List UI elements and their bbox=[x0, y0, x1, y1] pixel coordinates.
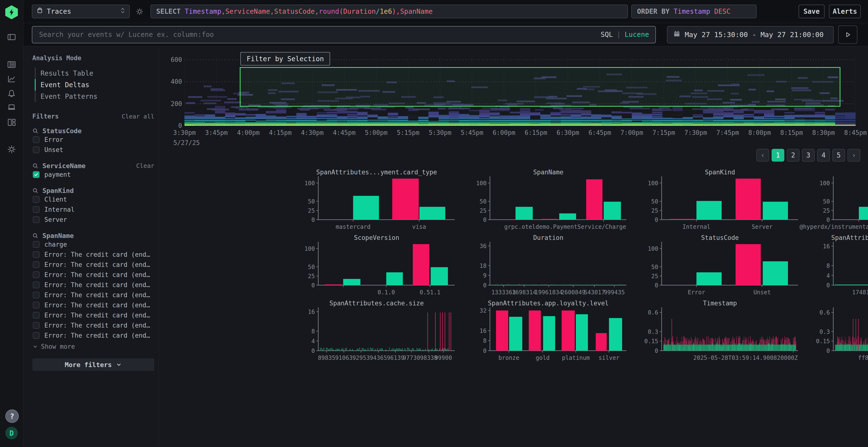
checkbox[interactable] bbox=[33, 241, 39, 248]
checkbox[interactable] bbox=[33, 291, 39, 299]
page-next-button[interactable]: › bbox=[847, 149, 860, 162]
filter-option[interactable]: Unset bbox=[33, 145, 155, 155]
checkbox[interactable] bbox=[33, 281, 39, 288]
checkbox[interactable] bbox=[33, 171, 39, 178]
checkbox[interactable] bbox=[33, 251, 39, 258]
filter-option[interactable]: Error: The credit card (end… bbox=[33, 270, 155, 280]
filter-option[interactable]: Error: The credit card (end… bbox=[33, 320, 155, 331]
filter-option[interactable]: Error: The credit card (end… bbox=[33, 280, 155, 290]
svg-text:0.6: 0.6 bbox=[648, 309, 658, 316]
filter-option[interactable]: Internal bbox=[33, 204, 155, 215]
filter-option[interactable]: Error: The credit card (end… bbox=[33, 300, 155, 310]
filter-option[interactable]: charge bbox=[33, 239, 155, 249]
svg-text:0: 0 bbox=[311, 216, 315, 223]
svg-text:bronze: bronze bbox=[498, 354, 519, 361]
search-events-icon[interactable] bbox=[7, 60, 17, 69]
select-clause-input[interactable]: SELECT Timestamp,ServiceName,StatusCode,… bbox=[151, 5, 628, 18]
svg-text:25: 25 bbox=[651, 207, 658, 214]
chart-explorer-icon[interactable] bbox=[7, 74, 17, 84]
analysis-mode-item-event-deltas[interactable]: Event Deltas bbox=[35, 79, 155, 91]
clear-all-filters-link[interactable]: Clear all bbox=[122, 113, 155, 120]
delta-chart-spanattributes-app-loyalty-level[interactable]: SpanAttributes.app.loyalty.level321680br… bbox=[469, 300, 628, 363]
run-query-button[interactable] bbox=[838, 26, 858, 44]
svg-text:7:15pm: 7:15pm bbox=[652, 129, 675, 136]
checkbox[interactable] bbox=[33, 206, 39, 213]
filter-option-label: Error: The credit card (end… bbox=[44, 291, 150, 299]
checkbox[interactable] bbox=[33, 322, 39, 329]
sessions-laptop-icon[interactable] bbox=[7, 103, 17, 112]
svg-text:0: 0 bbox=[655, 282, 658, 289]
delta-chart-statuscode[interactable]: StatusCode10050250ErrorUnset bbox=[641, 234, 800, 298]
delta-chart-spanattributes-yment-timestamp[interactable]: SpanAttributes...yment.timestamp16840174… bbox=[812, 234, 868, 298]
delta-chart-scopeversion[interactable]: ScopeVersion100502500.1.00.51.1 bbox=[297, 234, 456, 298]
more-filters-button[interactable]: More filters bbox=[32, 358, 154, 371]
source-select[interactable]: Traces bbox=[32, 5, 130, 18]
filter-clear-link[interactable]: Clear bbox=[136, 162, 155, 169]
checkbox[interactable] bbox=[33, 196, 39, 203]
filter-option[interactable]: Error: The credit card (end… bbox=[33, 331, 155, 341]
delta-chart-spanattributes-yment-card-type[interactable]: SpanAttributes...yment.card_type10050250… bbox=[297, 169, 456, 232]
help-button[interactable]: ? bbox=[5, 409, 19, 423]
svg-text:8:00pm: 8:00pm bbox=[748, 129, 771, 136]
delta-chart-spanattributes-cache-size[interactable]: SpanAttributes.cache.size168408983591063… bbox=[297, 300, 456, 363]
svg-text:SpanName: SpanName bbox=[533, 169, 563, 176]
analysis-mode-item-results-table[interactable]: Results Table bbox=[35, 67, 155, 79]
delta-chart-timestamp[interactable]: Timestamp0.60.30.1502025-05-28T03:59:14.… bbox=[641, 300, 800, 363]
alerts-bell-icon[interactable] bbox=[7, 89, 17, 98]
more-filters-label: More filters bbox=[65, 361, 112, 369]
checkbox[interactable] bbox=[33, 136, 39, 143]
svg-text:200: 200 bbox=[171, 100, 182, 107]
page-button-4[interactable]: 4 bbox=[817, 149, 830, 162]
mode-sql-label[interactable]: SQL bbox=[600, 31, 613, 38]
sidebar-toggle-icon[interactable] bbox=[7, 32, 17, 42]
delta-chart-scopename[interactable]: ScopeName10050250@hyperdx/instrumentatio… bbox=[812, 169, 868, 232]
filter-option[interactable]: Error: The credit card (end… bbox=[33, 249, 155, 260]
filter-option[interactable]: Client bbox=[33, 194, 155, 204]
search-input[interactable] bbox=[38, 30, 600, 39]
svg-text:4:00pm: 4:00pm bbox=[237, 129, 260, 136]
filter-option[interactable]: Server bbox=[33, 215, 155, 225]
checkbox[interactable] bbox=[33, 271, 39, 278]
delta-chart-traceid[interactable]: TraceId0.60.30.150ff860334facdb23d3f430f… bbox=[812, 300, 868, 363]
checkbox[interactable] bbox=[33, 332, 39, 339]
filter-option[interactable]: Error bbox=[33, 135, 155, 145]
settings-gear-icon[interactable] bbox=[7, 144, 17, 154]
page-prev-button[interactable]: ‹ bbox=[756, 149, 769, 162]
page-button-3[interactable]: 3 bbox=[802, 149, 815, 162]
filter-option[interactable]: payment bbox=[33, 170, 155, 180]
chevron-updown-icon bbox=[120, 7, 125, 16]
checkbox[interactable] bbox=[33, 312, 39, 319]
show-more-link[interactable]: Show more bbox=[32, 343, 155, 350]
save-button[interactable]: Save bbox=[799, 5, 825, 18]
page-button-5[interactable]: 5 bbox=[832, 149, 845, 162]
checkbox[interactable] bbox=[33, 216, 39, 223]
delta-chart-spankind[interactable]: SpanKind10050250InternalServer bbox=[641, 169, 800, 232]
filter-by-selection-tooltip[interactable]: Filter by Selection bbox=[240, 52, 330, 66]
svg-text:8:15pm: 8:15pm bbox=[780, 129, 803, 136]
delta-chart-spanname[interactable]: SpanName10050250grpc.oteldemo.PaymentSer… bbox=[469, 169, 628, 232]
source-settings-gear-icon[interactable] bbox=[134, 6, 145, 17]
page-button-1[interactable]: 1 bbox=[772, 149, 784, 162]
filter-option[interactable]: Error: The credit card (end… bbox=[33, 260, 155, 270]
time-selection-region[interactable] bbox=[240, 67, 840, 106]
svg-text:0: 0 bbox=[311, 282, 315, 289]
mode-lucene-label[interactable]: Lucene bbox=[625, 31, 649, 38]
hyperdx-logo-icon[interactable] bbox=[5, 5, 19, 19]
filter-option[interactable]: Error: The credit card (end… bbox=[33, 310, 155, 320]
filter-option[interactable]: Error: The credit card (end… bbox=[33, 290, 155, 300]
checkbox[interactable] bbox=[33, 261, 39, 268]
order-by-input[interactable]: ORDER BY Timestamp DESC bbox=[631, 5, 756, 18]
dashboards-icon[interactable] bbox=[7, 117, 17, 127]
page-button-2[interactable]: 2 bbox=[787, 149, 800, 162]
query-language-toggle[interactable]: SQL | Lucene bbox=[600, 31, 649, 38]
user-avatar[interactable]: D bbox=[5, 427, 18, 439]
checkbox[interactable] bbox=[33, 146, 39, 153]
checkbox[interactable] bbox=[33, 302, 39, 309]
alerts-button[interactable]: Alerts bbox=[829, 5, 861, 18]
svg-text:3:30pm: 3:30pm bbox=[173, 129, 196, 136]
svg-text:StatusCode: StatusCode bbox=[701, 234, 739, 241]
analysis-mode-item-event-patterns[interactable]: Event Patterns bbox=[35, 91, 155, 102]
events-heatmap[interactable]: Filter by Selection 60040020003:30pm3:45… bbox=[160, 49, 868, 161]
delta-chart-duration[interactable]: Duration36189013333631698314199618342600… bbox=[469, 234, 628, 298]
date-range-picker[interactable]: May 27 15:30:00 - May 27 21:00:00 bbox=[667, 26, 834, 43]
